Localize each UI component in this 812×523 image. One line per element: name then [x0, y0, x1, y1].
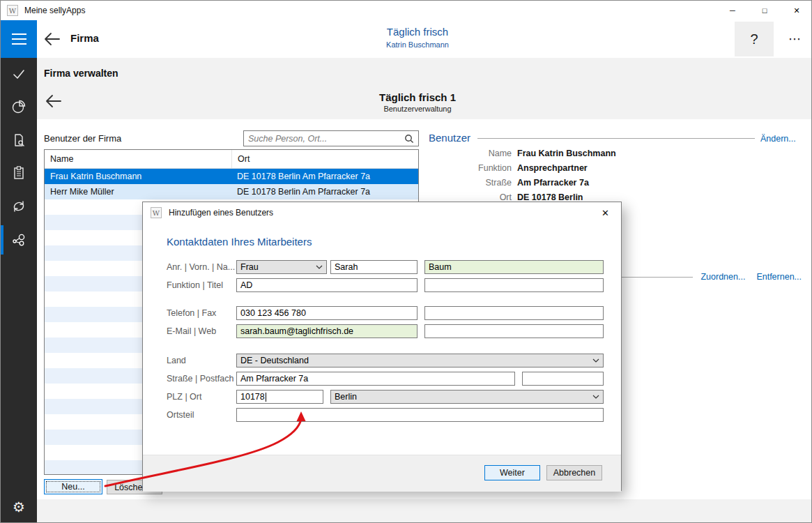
close-icon[interactable]: ✕	[781, 1, 812, 20]
postfach-input[interactable]	[522, 372, 604, 386]
first-name-input[interactable]: Sarah	[330, 260, 418, 274]
field-value: Frau Katrin Buschmann	[517, 149, 616, 158]
chevron-down-icon	[592, 395, 599, 399]
form-label: Telefon | Fax	[167, 308, 236, 318]
titel-input[interactable]	[424, 278, 604, 292]
dialog-app-icon: W	[151, 207, 162, 218]
back-icon-secondary[interactable]	[44, 92, 63, 110]
cell-name: Frau Katrin Buschmann	[45, 169, 231, 184]
chevron-down-icon	[592, 358, 599, 363]
bottom-strip	[37, 499, 812, 523]
user-list-title: Benutzer der Firma	[44, 133, 121, 144]
active-nav-indicator	[1, 225, 3, 255]
more-button[interactable]: ⋯	[780, 22, 811, 56]
details-fields: Name Frau Katrin Buschmann Funktion Ansp…	[433, 146, 616, 204]
table-header: Name Ort	[45, 150, 418, 169]
last-name-input[interactable]: Baum	[424, 260, 604, 274]
maximize-icon[interactable]: □	[749, 1, 781, 20]
table-row-selected[interactable]: Frau Katrin Buschmann DE 10178 Berlin Am…	[45, 169, 418, 184]
dialog-footer: Weiter Abbrechen	[143, 455, 621, 492]
ort-select[interactable]: Berlin	[330, 390, 604, 404]
cell-ort: DE 10178 Berlin Am Pfarracker 7a	[231, 184, 418, 199]
settings-gear-icon[interactable]: ⚙	[1, 494, 37, 520]
column-header-name[interactable]: Name	[45, 150, 231, 168]
subheader-band: Firma verwalten Täglich frisch 1 Benutze…	[37, 58, 812, 119]
form-label: Funktion | Titel	[167, 280, 236, 290]
next-button[interactable]: Weiter	[484, 465, 540, 480]
fax-input[interactable]	[424, 306, 604, 320]
add-user-dialog: W Hinzufügen eines Benutzers ✕ Kontaktda…	[142, 202, 622, 491]
column-header-ort[interactable]: Ort	[231, 150, 418, 168]
search-box	[243, 130, 419, 146]
land-select[interactable]: DE - Deutschland	[236, 354, 604, 367]
details-row: Funktion Ansprechpartner	[433, 160, 616, 175]
pie-chart-icon	[11, 99, 26, 114]
dialog-titlebar[interactable]: W Hinzufügen eines Benutzers ✕	[143, 202, 621, 223]
section-title: Firma verwalten	[44, 68, 118, 79]
field-value: DE 10178 Berlin	[517, 192, 583, 202]
salutation-select[interactable]: Frau	[236, 260, 327, 274]
chevron-down-icon	[316, 265, 323, 269]
sidebar-nav: ⚙	[1, 58, 37, 523]
form-label: Ortsteil	[167, 410, 236, 420]
help-button[interactable]: ?	[735, 22, 774, 56]
form-row-land: Land DE - Deutschland	[167, 354, 604, 367]
form-label: PLZ | Ort	[167, 392, 236, 402]
form-row-funktion: Funktion | Titel AD	[167, 278, 604, 292]
field-label: Ort	[433, 192, 512, 202]
search-icon[interactable]	[404, 134, 414, 144]
cancel-button[interactable]: Abbrechen	[546, 465, 602, 480]
new-button[interactable]: Neu...	[44, 479, 102, 494]
strasse-input[interactable]: Am Pfarracker 7a	[236, 372, 515, 386]
company-instance-title: Täglich frisch 1	[379, 91, 456, 103]
email-input[interactable]: sarah.baum@taglichfrisch.de	[236, 324, 418, 338]
plz-input[interactable]: 10178	[236, 390, 323, 404]
form-row-strasse: Straße | Postfach Am Pfarracker 7a	[167, 372, 604, 386]
dialog-close-icon[interactable]: ✕	[590, 202, 621, 223]
web-input[interactable]	[424, 324, 604, 338]
dialog-heading: Kontaktdaten Ihres Mitarbeiters	[167, 236, 312, 248]
ortsteil-input[interactable]	[236, 408, 604, 422]
table-row[interactable]: Herr Mike Müller DE 10178 Berlin Am Pfar…	[45, 184, 418, 199]
sync-icon	[11, 199, 26, 214]
menu-icon[interactable]	[1, 20, 37, 58]
text-caret	[266, 393, 266, 402]
cell-ort: DE 10178 Berlin Am Pfarracker 7a	[231, 169, 418, 184]
sidebar-item-share[interactable]	[1, 225, 37, 255]
check-icon	[11, 66, 26, 82]
details-row: Straße Am Pfarracker 7a	[433, 175, 616, 190]
company-user: Katrin Buschmann	[386, 40, 449, 49]
minimize-icon[interactable]: ─	[717, 1, 749, 20]
sidebar-item-documents[interactable]	[1, 125, 37, 156]
field-label: Name	[433, 149, 512, 158]
change-link[interactable]: Ändern...	[760, 134, 796, 144]
page-heading: Täglich frisch 1 Benutzerverwaltung	[379, 91, 456, 113]
dialog-title: Hinzufügen eines Benutzers	[169, 208, 273, 218]
form-row-email: E-Mail | Web sarah.baum@taglichfrisch.de	[167, 324, 604, 338]
assign-links: Zuordnen... Entfernen...	[700, 272, 802, 282]
form-label: Straße | Postfach	[167, 374, 236, 384]
remove-link[interactable]: Entfernen...	[756, 272, 802, 282]
details-row: Name Frau Katrin Buschmann	[433, 146, 616, 160]
form-label: Land	[167, 356, 236, 365]
window-titlebar[interactable]: W Meine sellyApps ─ □ ✕	[1, 1, 812, 20]
app-logo-icon: W	[7, 5, 18, 16]
window-controls: ─ □ ✕	[717, 1, 812, 20]
share-icon	[11, 232, 26, 248]
sidebar-item-clipboard[interactable]	[1, 158, 37, 188]
field-label: Straße	[433, 178, 512, 188]
funktion-input[interactable]: AD	[236, 278, 418, 292]
sidebar-item-sync[interactable]	[1, 191, 37, 222]
telefon-input[interactable]: 030 123 456 780	[236, 306, 418, 320]
sidebar-item-reports[interactable]	[1, 91, 37, 122]
search-input[interactable]	[244, 132, 404, 145]
form-label: Anr. | Vorn. | Na...	[167, 262, 236, 272]
form-label: E-Mail | Web	[167, 326, 236, 336]
back-icon[interactable]	[43, 30, 62, 48]
sidebar-item-check[interactable]	[1, 59, 37, 89]
app-window: W Meine sellyApps ─ □ ✕ Firma Täglich fr…	[0, 0, 812, 523]
assign-link[interactable]: Zuordnen...	[700, 272, 745, 282]
app-header: Firma Täglich frisch Katrin Buschmann ? …	[1, 20, 812, 58]
field-value: Ansprechpartner	[517, 163, 588, 173]
form-row-telefon: Telefon | Fax 030 123 456 780	[167, 306, 604, 320]
